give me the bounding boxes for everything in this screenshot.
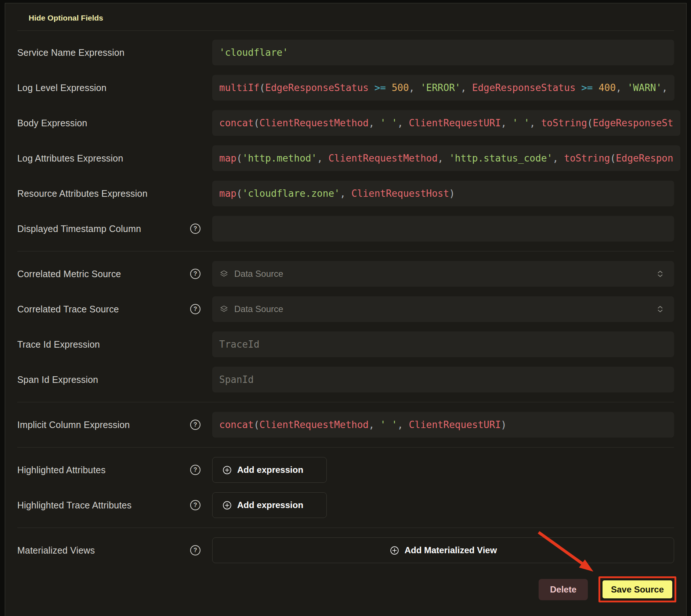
log-level-label: Log Level Expression xyxy=(17,83,106,93)
layers-icon xyxy=(219,269,229,279)
service-name-expression-input[interactable]: 'cloudflare' xyxy=(212,40,674,65)
add-expression-button[interactable]: Add expression xyxy=(212,492,327,518)
source-settings-page: { "colors": { "outer_bg": "#0d0d0b", "pa… xyxy=(0,0,691,616)
field-row-log-level: Log Level Expression multiIf(EdgeRespons… xyxy=(17,75,674,101)
divider xyxy=(17,30,674,31)
resource-attributes-expression-input[interactable]: map('cloudflare.zone', ClientRequestHost… xyxy=(212,181,674,206)
field-row-span-id: Span Id Expression SpanId xyxy=(17,367,674,392)
log-attributes-expression-input[interactable]: map('http.method', ClientRequestMethod, … xyxy=(212,145,680,171)
span-id-label: Span Id Expression xyxy=(17,374,98,385)
displayed-timestamp-input[interactable] xyxy=(212,216,674,242)
help-icon[interactable]: ? xyxy=(190,545,200,555)
correlated-metric-label: Correlated Metric Source xyxy=(17,269,121,279)
plus-circle-icon xyxy=(390,546,399,555)
divider xyxy=(17,447,674,447)
hide-optional-fields-link[interactable]: Hide Optional Fields xyxy=(29,14,103,22)
field-row-implicit-column: Implicit Column Expression ? concat(Clie… xyxy=(17,412,674,438)
implicit-column-expression-input[interactable]: concat(ClientRequestMethod, ' ', ClientR… xyxy=(212,412,674,438)
help-icon[interactable]: ? xyxy=(190,304,200,314)
divider xyxy=(17,251,674,251)
annotation-box: Save Source xyxy=(598,576,676,602)
field-row-displayed-timestamp: Displayed Timestamp Column ? xyxy=(17,216,674,242)
span-id-expression-input[interactable]: SpanId xyxy=(212,367,674,392)
code-expression: concat(ClientRequestMethod, ' ', ClientR… xyxy=(219,117,673,128)
help-icon[interactable]: ? xyxy=(190,269,200,279)
service-name-label: Service Name Expression xyxy=(17,47,124,58)
chevron-updown-icon xyxy=(655,269,665,279)
field-row-service-name: Service Name Expression 'cloudflare' xyxy=(17,40,674,65)
layers-icon xyxy=(219,304,229,314)
source-settings-panel: Hide Optional Fields Service Name Expres… xyxy=(5,3,687,616)
correlated-metric-source-select[interactable]: Data Source xyxy=(212,261,674,287)
footer-actions: Delete Save Source xyxy=(17,576,674,602)
add-expression-label: Add expression xyxy=(237,465,303,475)
field-row-log-attributes: Log Attributes Expression map('http.meth… xyxy=(17,145,674,171)
select-placeholder: Data Source xyxy=(234,269,283,279)
select-placeholder: Data Source xyxy=(234,304,283,314)
divider xyxy=(17,528,674,528)
input-placeholder: SpanId xyxy=(219,374,254,385)
implicit-column-label: Implicit Column Expression xyxy=(17,420,130,430)
plus-circle-icon xyxy=(222,465,232,475)
trace-id-label: Trace Id Expression xyxy=(17,339,100,350)
field-row-resource-attributes: Resource Attributes Expression map('clou… xyxy=(17,181,674,206)
body-label: Body Expression xyxy=(17,118,87,128)
help-icon[interactable]: ? xyxy=(190,224,200,234)
input-placeholder: TraceId xyxy=(219,339,260,350)
highlighted-attributes-label: Highlighted Attributes xyxy=(17,465,106,475)
code-expression: map('http.method', ClientRequestMethod, … xyxy=(219,153,673,164)
displayed-timestamp-label: Displayed Timestamp Column xyxy=(17,224,141,234)
help-icon[interactable]: ? xyxy=(190,465,200,475)
materialized-views-label: Materialized Views xyxy=(17,545,95,556)
trace-id-expression-input[interactable]: TraceId xyxy=(212,331,674,357)
code-expression: concat(ClientRequestMethod, ' ', ClientR… xyxy=(219,419,507,430)
code-expression: 'cloudflare' xyxy=(219,47,288,58)
add-materialized-view-label: Add Materialized View xyxy=(405,545,497,555)
field-row-highlighted-trace-attributes: Highlighted Trace Attributes ? Add expre… xyxy=(17,492,674,518)
resource-attributes-label: Resource Attributes Expression xyxy=(17,188,148,199)
add-materialized-view-button[interactable]: Add Materialized View xyxy=(212,537,674,563)
body-expression-input[interactable]: concat(ClientRequestMethod, ' ', ClientR… xyxy=(212,110,680,136)
field-row-highlighted-attributes: Highlighted Attributes ? Add expression xyxy=(17,457,674,483)
help-icon[interactable]: ? xyxy=(190,500,200,510)
correlated-trace-source-select[interactable]: Data Source xyxy=(212,296,674,322)
field-row-correlated-trace: Correlated Trace Source ? Data Source xyxy=(17,296,674,322)
field-row-trace-id: Trace Id Expression TraceId xyxy=(17,331,674,357)
divider xyxy=(17,402,674,402)
save-source-button[interactable]: Save Source xyxy=(602,580,673,599)
code-expression: multiIf(EdgeResponseStatus >= 500, 'ERRO… xyxy=(219,82,668,93)
plus-circle-icon xyxy=(222,500,232,510)
field-row-correlated-metric: Correlated Metric Source ? Data Source xyxy=(17,261,674,287)
add-expression-button[interactable]: Add expression xyxy=(212,457,327,483)
delete-button[interactable]: Delete xyxy=(539,579,588,600)
chevron-updown-icon xyxy=(655,304,665,314)
log-attributes-label: Log Attributes Expression xyxy=(17,153,123,164)
add-expression-label: Add expression xyxy=(237,500,303,510)
highlighted-trace-attributes-label: Highlighted Trace Attributes xyxy=(17,500,131,511)
log-level-expression-input[interactable]: multiIf(EdgeResponseStatus >= 500, 'ERRO… xyxy=(212,75,674,101)
correlated-trace-label: Correlated Trace Source xyxy=(17,304,119,315)
code-expression: map('cloudflare.zone', ClientRequestHost… xyxy=(219,188,455,199)
field-row-materialized-views: Materialized Views ? Add Materialized Vi… xyxy=(17,537,674,563)
field-row-body: Body Expression concat(ClientRequestMeth… xyxy=(17,110,674,136)
help-icon[interactable]: ? xyxy=(190,420,200,430)
